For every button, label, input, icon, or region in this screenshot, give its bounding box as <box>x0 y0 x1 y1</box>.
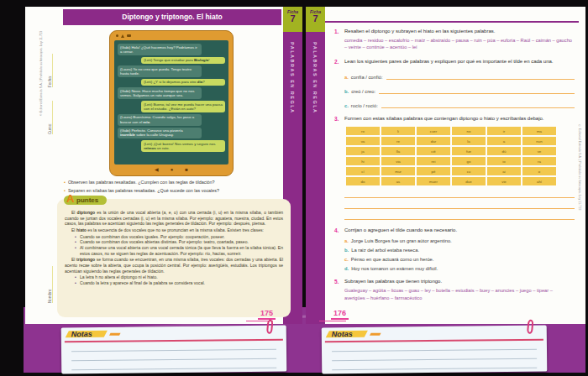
syllable-cell: cu <box>452 167 486 175</box>
exercise-text: Resalten el diptongo y subrayen el hiato… <box>344 29 575 35</box>
final-rules-list: La letra h no altera el diptongo ni el h… <box>75 274 283 285</box>
paperclip-icon <box>266 320 274 335</box>
exercise-number: 5. <box>334 279 339 285</box>
answer-line <box>344 198 575 209</box>
right-page-side-tab: Ficha 7 Palabras en regla <box>306 7 325 324</box>
paperclip-icon <box>527 320 534 335</box>
apuntes-title: Apuntes <box>64 196 107 205</box>
syllable-cell: dú <box>487 147 521 155</box>
syllable-cell: due <box>452 177 486 185</box>
notas-title-rule <box>325 339 543 343</box>
sentence-item: d.Hoy nos tomaron un exámen muy dificil. <box>344 266 575 271</box>
exercise-3: 3. Formen con estas sílabas palabras que… <box>334 116 575 221</box>
syllable-cell: muer <box>417 177 450 185</box>
exercise-2: 2. Lean los siguientes pares de palabras… <box>334 59 575 108</box>
ruled-line <box>71 358 276 362</box>
chat-bubble: (Leti) Tengo que estudiar para Biología! <box>141 57 225 64</box>
item-text: rocío / roció: <box>351 103 378 108</box>
syllable-cell: dar <box>417 137 450 145</box>
phone-statusbar <box>116 33 131 39</box>
rule-item: Cuando la letra y aparece al final de la… <box>75 280 283 286</box>
sentence-item: a.Jorge Luis Borges fue un gran aútor ar… <box>344 238 575 243</box>
syllable-cell: o <box>522 167 556 175</box>
question-item: •Separen en sílabas las palabras resalta… <box>64 188 286 193</box>
exercise-number: 4. <box>334 227 339 233</box>
syllable-cell: as <box>381 177 415 185</box>
syllable-table: rolicuernoirmavaredarlaanunjallaciéfuedú… <box>344 125 558 187</box>
answer-line <box>381 103 575 108</box>
question-item: •Observen las palabras resaltadas. ¿Cump… <box>64 180 286 185</box>
item-letter: b. <box>344 89 349 94</box>
copyright-text: © Editorial Estrada S.A. | Prohibida su … <box>39 31 43 116</box>
apuntes-paragraph: El diptongo es la unión de una vocal abi… <box>65 210 283 227</box>
right-page: Ficha 7 Palabras en regla 1. Resalten el… <box>306 7 585 324</box>
section-tab-label: Palabras en regla <box>290 42 295 114</box>
sentence-item: b.La raiz del arbol estaba reseca. <box>344 248 575 253</box>
chat-bubble: (Leti) ¿Y si lo dejamos para otro día? <box>141 79 225 86</box>
exercises: 1. Resalten el diptongo y subrayen el hi… <box>334 29 575 309</box>
ficha-badge: Ficha 7 <box>306 7 325 32</box>
syllable-cell: ro <box>346 127 380 135</box>
ruled-line <box>71 349 276 352</box>
syllable-cell: do <box>346 177 380 185</box>
syllable-cell: hi <box>346 157 380 165</box>
syllable-cell: rei <box>417 157 450 165</box>
ficha-number: 7 <box>306 14 325 24</box>
answer-line <box>344 209 575 220</box>
phone-navbar: ◀●■ <box>110 165 233 175</box>
exercise-number: 1. <box>334 29 339 34</box>
exercise-number: 3. <box>334 116 339 122</box>
notas-title: Notas <box>71 330 92 338</box>
syllable-cell: re <box>381 137 415 145</box>
apuntes-initial: A <box>66 192 74 205</box>
notas-card: Notas <box>322 326 548 374</box>
rule-item: La letra h no altera el diptongo ni el h… <box>75 274 283 280</box>
nombre-label: Nombre: <box>48 266 53 303</box>
syllable-cell: va <box>346 137 380 145</box>
syllable-cell: ai <box>487 167 521 175</box>
chat-bubble: (Leti) ¡Qué bueno! Nos vemos y seguro no… <box>141 140 225 152</box>
item-letter: a. <box>344 75 349 80</box>
lesson-title: Diptongo y triptongo. El hiato <box>63 9 281 25</box>
syllable-cell: la <box>452 137 486 145</box>
apuntes-panel: Apuntes El diptongo es la unión de una v… <box>57 199 291 317</box>
left-page: Diptongo y triptongo. El hiato Ficha 7 P… <box>25 7 302 324</box>
syllable-cell: cí <box>346 167 380 175</box>
signal-icon <box>121 34 124 38</box>
page-number: 175 <box>258 309 276 320</box>
exercise-number: 2. <box>334 59 339 65</box>
fecha-label: Fecha: <box>48 54 53 87</box>
syllable-cell: nun <box>522 137 556 145</box>
apuntes-paragraph: El hiato es la secuencia de dos vocales … <box>65 227 283 233</box>
apuntes-paragraph: El triptongo se forma cuando se encuentr… <box>65 257 283 274</box>
section-tab-label: Palabras en regla <box>312 42 318 114</box>
syllable-cell: ahí <box>522 177 556 185</box>
item-text: creó / creo: <box>351 89 375 94</box>
item-letter: c. <box>344 103 349 108</box>
chat-bubble: (Leti) Bueno, tal vez me pueda hacer una… <box>141 101 225 112</box>
question-text: Observen las palabras resaltadas. ¿Cumpl… <box>68 180 215 185</box>
ruled-line <box>332 358 537 362</box>
syllable-cell: mur <box>381 167 415 175</box>
ruled-line <box>71 368 276 371</box>
syllable-cell: cié <box>417 147 450 155</box>
notas-title-rule <box>65 339 283 343</box>
syllable-cell: vie <box>487 177 521 185</box>
syllable-cell: go <box>452 157 486 165</box>
rule-item: Cuando se combinan dos vocales abiertas … <box>75 239 283 245</box>
answer-line <box>379 89 575 94</box>
notas-card: Notas <box>61 326 287 374</box>
page-number: 176 <box>331 309 349 320</box>
ficha-number: 7 <box>283 14 302 24</box>
syllable-cell: lla <box>381 147 415 155</box>
copyright-text: © Editorial Estrada S.A. | Prohibida su … <box>578 124 581 210</box>
syllable-cell: li <box>381 127 415 135</box>
chat-bubble: (Laura) Buenísimo. Cuando salga, las pas… <box>118 114 202 126</box>
chat-bubble: (Gabi) Hola! ¿Qué hacemos hoy? Podríamos… <box>118 44 202 55</box>
exercise-text: Lean los siguientes pares de palabras y … <box>344 59 575 65</box>
chat-screen: (Gabi) Hola! ¿Qué hacemos hoy? Podríamos… <box>114 40 228 164</box>
answer-line <box>386 75 575 80</box>
notas-title: Notas <box>332 330 353 338</box>
hiato-rules-list: Cuando se combinan dos vocales iguales. … <box>75 234 283 257</box>
rule-item: Al combinarse una vocal abierta con una … <box>75 245 283 256</box>
